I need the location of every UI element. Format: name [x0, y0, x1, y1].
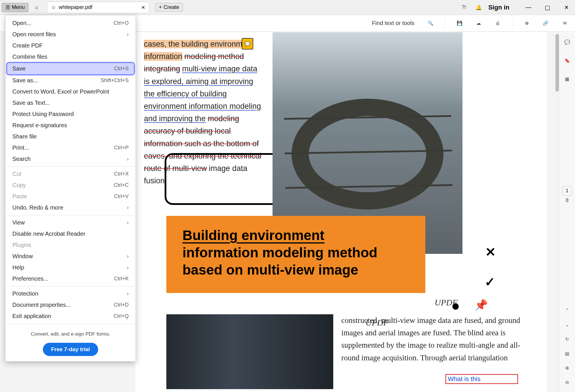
menu-item-open-recent-files[interactable]: Open recent files›	[5, 29, 136, 40]
zoom-in-icon[interactable]: ⊕	[563, 363, 572, 372]
plus-icon: +	[159, 4, 162, 10]
dropdown-footer-text: Convert, edit, and e-sign PDF forms.	[11, 331, 130, 337]
menu-shortcut: Shift+Ctrl+S	[101, 77, 129, 83]
callout-rest: information modeling method based on mul…	[182, 245, 377, 277]
window-maximize-button[interactable]: ▢	[540, 2, 554, 13]
document-tab[interactable]: ☆ whitepaper.pdf ×	[47, 2, 149, 13]
pin-annotation[interactable]: 📌	[474, 299, 488, 311]
menu-item-preferences[interactable]: Preferences...Ctrl+K	[5, 273, 136, 284]
save-icon[interactable]: 💾	[455, 19, 464, 28]
create-button[interactable]: + Create	[155, 3, 183, 12]
menu-item-paste: PasteCtrl+V	[5, 191, 136, 202]
help-icon[interactable]: ?⃝	[460, 3, 469, 12]
chevron-right-icon: ›	[127, 291, 129, 297]
search-icon[interactable]: 🔍	[426, 19, 435, 28]
menu-item-label: Window	[12, 253, 33, 260]
menu-label: Menu	[12, 4, 25, 10]
menu-item-undo-redo-more[interactable]: Undo, Redo & more›	[5, 202, 136, 213]
dot-annotation[interactable]	[452, 303, 459, 310]
thumbnails-panel-icon[interactable]: ▦	[563, 74, 572, 83]
menu-item-label: Protect Using Password	[12, 111, 74, 117]
bookmarks-panel-icon[interactable]: 🔖	[563, 56, 572, 65]
menu-item-label: Protection	[12, 290, 38, 297]
zoom-out-icon[interactable]: ⊖	[563, 378, 572, 387]
menu-button[interactable]: ☰ Menu	[2, 3, 28, 12]
menu-item-window[interactable]: Window›	[5, 251, 136, 262]
cloud-upload-icon[interactable]: ☁︎	[474, 19, 483, 28]
link-icon[interactable]: 🔗	[541, 19, 550, 28]
menu-item-open[interactable]: Open...Ctrl+O	[5, 18, 136, 29]
page-down-icon[interactable]: ⌄	[563, 320, 572, 329]
comments-panel-icon[interactable]: 💬	[563, 37, 572, 47]
menu-shortcut: Ctrl+C	[114, 182, 129, 188]
menu-item-label: Save as...	[12, 77, 38, 84]
rotate-icon[interactable]: ↻	[563, 334, 572, 344]
page-up-icon[interactable]: ⌃	[563, 306, 572, 315]
share-icon[interactable]: ⊕	[522, 19, 531, 28]
menu-item-save-as-text[interactable]: Save as Text...	[5, 97, 136, 109]
cross-annotation[interactable]: ✕	[485, 245, 496, 259]
tab-close-icon[interactable]: ×	[141, 4, 145, 11]
comment-icon[interactable]: 💬	[242, 38, 253, 50]
menu-item-create-pdf[interactable]: Create PDF	[5, 40, 136, 51]
print-icon[interactable]: 🖨	[493, 19, 502, 28]
menu-item-label: Preferences...	[12, 275, 48, 282]
menu-item-label: View	[12, 219, 25, 226]
free-trial-button[interactable]: Free 7-day trial	[43, 343, 98, 356]
callout-underline: Building environment	[182, 228, 324, 243]
menu-item-label: Combine files	[12, 54, 47, 60]
star-icon: ☆	[51, 4, 56, 11]
home-icon: ⌂	[35, 5, 38, 10]
chevron-right-icon: ›	[127, 253, 129, 259]
menu-item-search[interactable]: Search›	[5, 153, 136, 165]
menu-shortcut: Ctrl+S	[114, 66, 129, 72]
home-button[interactable]: ⌂	[31, 2, 42, 13]
menu-item-label: Paste	[12, 193, 27, 200]
menu-item-protect-using-password[interactable]: Protect Using Password	[5, 109, 136, 120]
menu-item-document-properties[interactable]: Document properties...Ctrl+D	[5, 299, 136, 311]
tab-title: whitepaper.pdf	[59, 4, 92, 10]
vertical-scrollbar[interactable]	[555, 34, 559, 92]
layers-icon[interactable]: ▤	[563, 349, 572, 358]
paragraph-2: constructed, multi-view image data are f…	[341, 314, 523, 364]
menu-item-share-file[interactable]: Share file	[5, 131, 136, 142]
menu-shortcut: Ctrl+D	[114, 302, 129, 308]
menu-item-disable-new-acrobat-reader[interactable]: Disable new Acrobat Reader	[5, 228, 136, 239]
menu-item-combine-files[interactable]: Combine files	[5, 51, 136, 62]
menu-shortcut: Ctrl+K	[114, 276, 129, 282]
sign-in-link[interactable]: Sign in	[488, 4, 509, 11]
menu-item-label: Open...	[12, 20, 31, 26]
menu-item-print[interactable]: Print...Ctrl+P	[5, 142, 136, 153]
window-close-button[interactable]: ✕	[559, 2, 573, 13]
menu-item-convert-to-word-excel-or-powerpoint[interactable]: Convert to Word, Excel or PowerPoint	[5, 86, 136, 97]
menu-item-label: Convert to Word, Excel or PowerPoint	[12, 88, 109, 95]
underlined-text[interactable]: multi-view image data is explored, aimin…	[144, 64, 261, 123]
find-label[interactable]: Find text or tools	[372, 20, 414, 26]
menu-item-label: Disable new Acrobat Reader	[12, 231, 85, 237]
menu-item-label: Copy	[12, 182, 26, 189]
menu-item-view[interactable]: View›	[5, 217, 136, 228]
menu-item-exit-application[interactable]: Exit applicationCtrl+Q	[5, 311, 136, 322]
menu-item-label: Document properties...	[12, 302, 71, 308]
pdf-page: cases, the building environment informat…	[135, 32, 547, 193]
page-indicator: 1 8	[562, 186, 572, 203]
photo-desk	[166, 314, 333, 389]
mail-icon[interactable]: ✉	[560, 19, 569, 28]
menu-item-plugins: Plugins	[5, 239, 136, 251]
menu-item-save[interactable]: SaveCtrl+S	[7, 63, 134, 74]
menu-item-cut: CutCtrl+X	[5, 168, 136, 180]
check-annotation[interactable]: ✓	[485, 275, 495, 289]
chevron-right-icon: ›	[127, 220, 129, 226]
chevron-right-icon: ›	[127, 264, 129, 271]
menu-item-protection[interactable]: Protection›	[5, 288, 136, 299]
menu-item-request-e-signatures[interactable]: Request e-signatures	[5, 120, 136, 131]
titlebar: ☰ Menu ⌂ ☆ whitepaper.pdf × + Create ?⃝ …	[0, 0, 575, 15]
menu-item-help[interactable]: Help›	[5, 262, 136, 273]
bell-icon[interactable]: 🔔	[474, 3, 483, 12]
menu-item-label: Create PDF	[12, 42, 43, 49]
menu-item-save-as[interactable]: Save as...Shift+Ctrl+S	[5, 75, 136, 86]
window-minimize-button[interactable]: —	[521, 2, 535, 13]
current-page-input[interactable]: 1	[562, 186, 572, 196]
total-pages: 8	[562, 197, 572, 203]
text-annotation-box[interactable]: What is this	[445, 374, 518, 384]
